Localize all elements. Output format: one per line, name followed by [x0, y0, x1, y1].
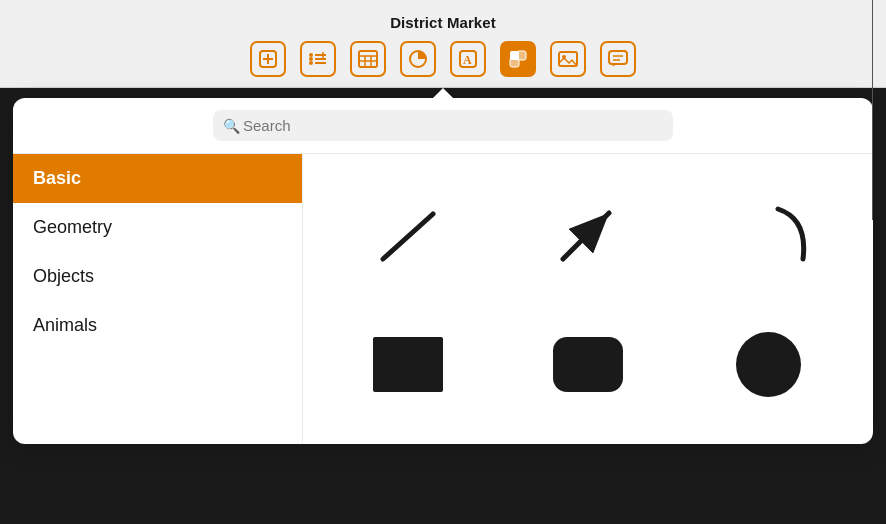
search-input[interactable]	[213, 110, 673, 141]
svg-point-7	[309, 57, 313, 61]
shape-line-arrow[interactable]	[543, 189, 633, 279]
shape-arc[interactable]	[723, 189, 813, 279]
sidebar-item-animals[interactable]: Animals	[13, 301, 302, 350]
shapes-panel: 🔍 Basic Geometry Objects Animals	[13, 98, 873, 444]
svg-rect-24	[609, 51, 627, 64]
shapes-content	[303, 154, 873, 444]
search-icon: 🔍	[223, 118, 240, 134]
panel-body: Basic Geometry Objects Animals	[13, 154, 873, 444]
table-icon[interactable]	[350, 41, 386, 77]
sidebar: Basic Geometry Objects Animals	[13, 154, 303, 444]
panel-wrapper: 🔍 Basic Geometry Objects Animals	[0, 88, 886, 444]
list-add-icon[interactable]	[300, 41, 336, 77]
svg-point-6	[309, 53, 313, 57]
svg-rect-11	[359, 51, 377, 67]
panel-arrow	[433, 88, 453, 98]
circle-shape	[736, 332, 801, 397]
rect-shape	[373, 337, 443, 392]
search-input-wrapper: 🔍	[213, 110, 673, 141]
text-icon[interactable]: A	[450, 41, 486, 77]
shapes-icon[interactable]	[500, 41, 536, 77]
svg-rect-21	[510, 58, 519, 67]
line-arrow-svg	[543, 189, 633, 279]
top-bar: District Market	[0, 0, 886, 88]
chart-icon[interactable]	[400, 41, 436, 77]
svg-line-29	[563, 213, 609, 259]
toolbar: A	[250, 41, 636, 77]
right-line	[872, 0, 873, 220]
arc-svg	[723, 189, 813, 279]
comment-icon[interactable]	[600, 41, 636, 77]
shape-circle[interactable]	[736, 332, 801, 397]
sidebar-item-objects[interactable]: Objects	[13, 252, 302, 301]
image-icon[interactable]	[550, 41, 586, 77]
line-diagonal-svg	[363, 189, 453, 279]
sidebar-item-basic[interactable]: Basic	[13, 154, 302, 203]
svg-point-8	[309, 61, 313, 65]
app-title: District Market	[390, 14, 496, 31]
shape-line-diagonal[interactable]	[363, 189, 453, 279]
add-icon[interactable]	[250, 41, 286, 77]
search-bar: 🔍	[13, 98, 873, 154]
shape-rectangle[interactable]	[373, 337, 443, 392]
shape-rounded-rect[interactable]	[553, 337, 623, 392]
svg-line-27	[383, 214, 433, 259]
sidebar-item-geometry[interactable]: Geometry	[13, 203, 302, 252]
rounded-rect-shape	[553, 337, 623, 392]
svg-text:A: A	[463, 53, 472, 67]
